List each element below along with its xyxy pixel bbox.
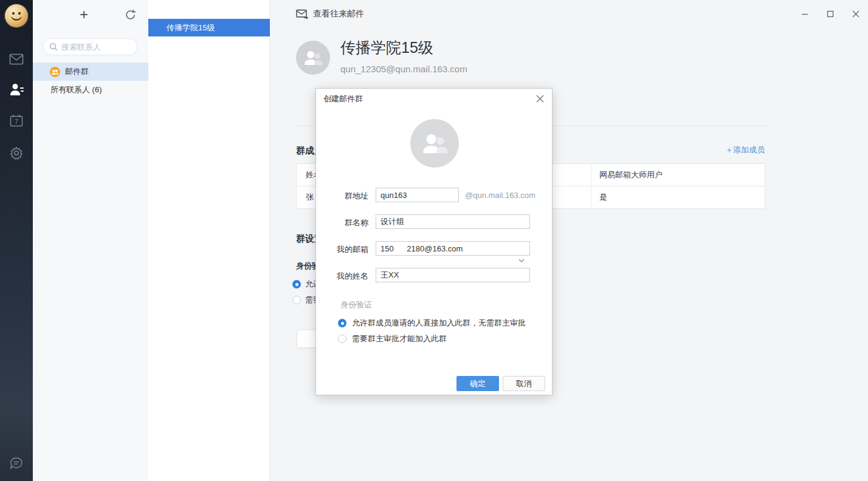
add-member-link[interactable]: ＋添加成员 bbox=[725, 145, 765, 155]
create-mail-group-dialog: 创建邮件群 群地址 @qun.mail.163.com 群名称 我的邮箱 150 bbox=[315, 88, 553, 395]
view-correspondence-button[interactable]: 查看往来邮件 bbox=[296, 9, 364, 19]
minimize-button[interactable] bbox=[796, 6, 813, 22]
field-label: 群地址 bbox=[345, 191, 368, 202]
contact-search-box[interactable] bbox=[43, 38, 137, 55]
radio-owner-approval[interactable]: 需要群主审批才能加入此群 bbox=[338, 333, 447, 344]
radio-allow-direct-join[interactable]: 允许群成员邀请的人直接加入此群，无需群主审批 bbox=[338, 318, 526, 329]
contacts-nav-panel: + 邮件群 所有联系人 (6) bbox=[33, 0, 148, 481]
window-controls bbox=[796, 6, 864, 22]
field-label: 我的邮箱 bbox=[337, 244, 368, 255]
radio-label: 需要群主审批才能加入此群 bbox=[352, 333, 447, 344]
mail-exchange-icon bbox=[296, 9, 308, 19]
app-logo[interactable] bbox=[5, 4, 28, 27]
cancel-button[interactable]: 取消 bbox=[503, 376, 545, 391]
refresh-icon[interactable] bbox=[123, 7, 137, 22]
add-contact-button[interactable]: + bbox=[75, 6, 92, 23]
my-mailbox-value: 150 2180@163.com bbox=[381, 244, 463, 253]
field-label: 我的姓名 bbox=[337, 271, 368, 282]
dialog-group-avatar[interactable] bbox=[410, 119, 459, 168]
radio-selected-icon[interactable] bbox=[292, 280, 301, 288]
sidebar-item-label: 邮件群 bbox=[65, 66, 89, 77]
smiley-icon bbox=[9, 9, 24, 23]
mail-icon[interactable] bbox=[0, 50, 33, 68]
svg-text:7: 7 bbox=[15, 118, 18, 125]
ok-button[interactable]: 确定 bbox=[456, 376, 499, 391]
app-rail: 7 bbox=[0, 0, 33, 481]
verify-section-label: 身份验证 bbox=[340, 299, 372, 310]
field-row-group-address: 群地址 @qun.mail.163.com bbox=[316, 188, 552, 202]
group-icon bbox=[50, 67, 60, 77]
cell-master-user: 是 bbox=[591, 192, 765, 203]
dialog-close-icon[interactable] bbox=[532, 91, 547, 106]
group-list-panel: 传播学院15级 bbox=[148, 0, 270, 481]
radio-unselected-icon[interactable] bbox=[338, 335, 346, 343]
field-row-my-name: 我的姓名 bbox=[316, 268, 552, 282]
settings-gear-icon[interactable] bbox=[0, 144, 33, 162]
dialog-title: 创建邮件群 bbox=[323, 94, 363, 104]
group-avatar bbox=[296, 41, 330, 75]
group-list-item-selected[interactable]: 传播学院15级 bbox=[148, 19, 270, 36]
group-avatar-icon bbox=[421, 132, 449, 155]
group-name-input[interactable] bbox=[376, 214, 530, 229]
radio-unselected-icon[interactable] bbox=[292, 296, 301, 304]
search-icon bbox=[49, 43, 58, 51]
group-email: qun_12305@qun.mail.163.com bbox=[340, 64, 467, 74]
sidebar-item-all-contacts[interactable]: 所有联系人 (6) bbox=[33, 81, 148, 99]
sidebar-item-mail-groups[interactable]: 邮件群 bbox=[33, 63, 148, 81]
contacts-icon[interactable] bbox=[0, 80, 33, 98]
dialog-buttons: 确定 取消 bbox=[456, 376, 545, 391]
col-header-master-user: 网易邮箱大师用户 bbox=[591, 169, 765, 180]
group-address-input[interactable] bbox=[376, 188, 459, 202]
field-label: 群名称 bbox=[345, 217, 368, 228]
field-row-group-name: 群名称 bbox=[316, 214, 552, 229]
field-row-my-mailbox: 我的邮箱 150 2180@163.com bbox=[316, 241, 552, 256]
group-list-item-label: 传播学院15级 bbox=[167, 22, 215, 33]
my-name-input[interactable] bbox=[376, 268, 530, 282]
search-input[interactable] bbox=[61, 43, 128, 52]
app-window: 7 + bbox=[0, 0, 868, 481]
group-name-title: 传播学院15级 bbox=[340, 38, 433, 58]
close-button[interactable] bbox=[847, 6, 864, 22]
group-avatar-icon bbox=[303, 49, 323, 66]
calendar-icon[interactable]: 7 bbox=[0, 112, 33, 130]
address-domain-suffix: @qun.mail.163.com bbox=[465, 191, 536, 200]
maximize-button[interactable] bbox=[822, 6, 839, 22]
radio-label: 允许群成员邀请的人直接加入此群，无需群主审批 bbox=[352, 318, 526, 329]
sidebar-item-label: 所有联系人 (6) bbox=[50, 84, 102, 95]
feedback-chat-icon[interactable] bbox=[0, 454, 33, 472]
radio-selected-icon[interactable] bbox=[338, 319, 346, 327]
my-mailbox-select[interactable]: 150 2180@163.com bbox=[376, 241, 530, 256]
